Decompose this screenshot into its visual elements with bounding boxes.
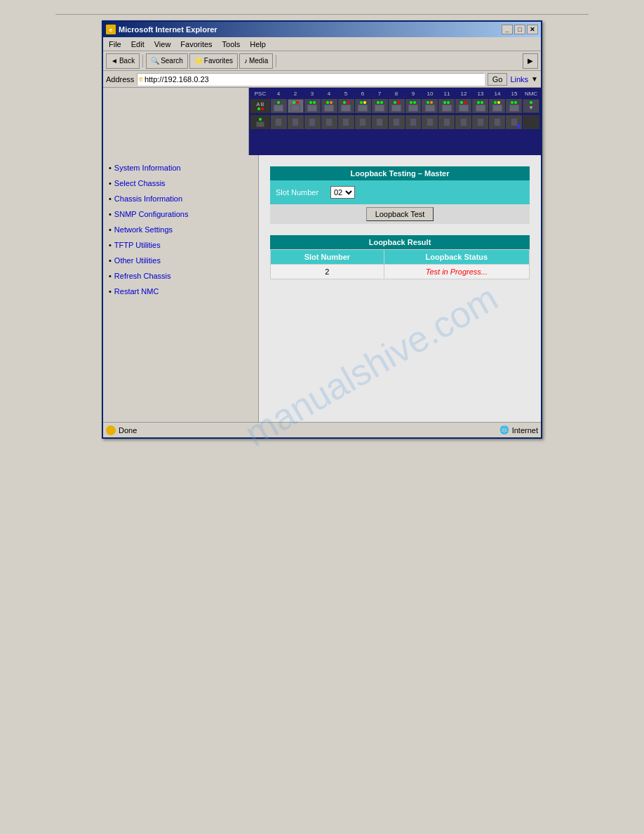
- slot-card-a3[interactable]: [304, 99, 321, 113]
- bot-card-1[interactable]: [271, 115, 287, 129]
- back-button[interactable]: ◄ Back: [106, 53, 140, 69]
- led1: [360, 101, 363, 104]
- card-body: [307, 105, 317, 112]
- minimize-button[interactable]: _: [502, 25, 513, 34]
- bot-card-3[interactable]: [304, 115, 321, 129]
- bot-card-13[interactable]: [472, 115, 488, 129]
- bot-card-12[interactable]: [455, 115, 471, 129]
- slot-label-13: 13: [472, 91, 489, 97]
- slot-card-a12[interactable]: [455, 99, 471, 113]
- chassis-viz: PSC 4 2 3 4 5 6 7 8 9 10 11 12 13: [249, 88, 541, 155]
- led2: [380, 101, 383, 104]
- slot-label-1: 4: [270, 91, 287, 97]
- slot-psc-bottom: [250, 115, 270, 129]
- led1: [477, 101, 480, 104]
- menu-edit[interactable]: Edit: [128, 39, 147, 49]
- sidebar-restart-nmc[interactable]: • Restart NMC: [109, 287, 253, 296]
- card-led: [293, 101, 295, 104]
- ie-icon: e: [106, 25, 116, 34]
- favorites-button[interactable]: ⭐ Favorites: [189, 53, 238, 69]
- search-button[interactable]: 🔍 Search: [146, 53, 188, 69]
- card-body: [391, 105, 401, 112]
- links-label[interactable]: Links: [510, 75, 528, 84]
- status-icon: [106, 425, 116, 435]
- bot-card-4[interactable]: [321, 115, 337, 129]
- slot-card-a15[interactable]: [506, 99, 522, 113]
- address-value: http://192.168.0.23: [145, 75, 209, 84]
- menu-view[interactable]: View: [152, 39, 174, 49]
- bot-card-15[interactable]: [506, 115, 522, 129]
- psc-led-green: [257, 107, 260, 110]
- slot-label-2: 2: [287, 91, 304, 97]
- slot-card-a8[interactable]: [389, 99, 405, 113]
- media-button[interactable]: ♪ Media: [239, 53, 273, 69]
- sidebar-snmp-configurations[interactable]: • SNMP Configurations: [109, 210, 253, 218]
- slot-nmc[interactable]: ▼: [523, 99, 539, 113]
- sidebar-refresh-chassis[interactable]: • Refresh Chassis: [109, 272, 253, 280]
- menu-tools[interactable]: Tools: [220, 39, 243, 49]
- slot-label-11: 11: [438, 91, 455, 97]
- card-body: [459, 105, 469, 112]
- go-button[interactable]: Go: [488, 73, 508, 86]
- slot-headers: PSC 4 2 3 4 5 6 7 8 9 10 11 12 13: [250, 89, 539, 98]
- status-text: Done: [119, 426, 497, 435]
- slot-card-a13[interactable]: [472, 99, 488, 113]
- chassis-panel-row: PSC 4 2 3 4 5 6 7 8 9 10 11 12 13: [103, 88, 541, 155]
- slot-card-a1[interactable]: [271, 99, 287, 113]
- slot-number-select[interactable]: 02 03 04: [330, 186, 355, 199]
- loopback-test-button[interactable]: Loopback Test: [366, 207, 434, 221]
- slot-number-label: Slot Number: [276, 188, 325, 197]
- slot-card-a10[interactable]: [422, 99, 438, 113]
- bot-card-9[interactable]: [405, 115, 422, 129]
- slot-card-a7[interactable]: [372, 99, 388, 113]
- card-body: [274, 105, 283, 112]
- address-field[interactable]: e http://192.168.0.23: [137, 73, 484, 86]
- card-body: [324, 105, 334, 112]
- sidebar-other-utilities[interactable]: • Other Utilities: [109, 256, 253, 265]
- bot-card-10[interactable]: [422, 115, 438, 129]
- led1: [427, 101, 429, 104]
- bot-card-7[interactable]: [372, 115, 388, 129]
- col-status-header: Loopback Status: [384, 250, 529, 265]
- led2: [413, 101, 416, 104]
- sidebar-chassis-information[interactable]: • Chassis Information: [109, 194, 253, 203]
- bot-card-2[interactable]: [288, 115, 304, 129]
- bot-card-5[interactable]: [338, 115, 354, 129]
- led2: [313, 101, 316, 104]
- bot-card-14[interactable]: [489, 115, 505, 129]
- sidebar-system-information[interactable]: • System Information: [109, 164, 253, 172]
- toolbar-extra-button[interactable]: ▶: [523, 53, 538, 69]
- led2: [497, 101, 500, 104]
- result-title: Loopback Result: [270, 235, 530, 249]
- slot-card-a2[interactable]: [288, 99, 304, 113]
- menu-favorites[interactable]: Favorites: [177, 39, 215, 49]
- right-content: Loopback Testing – Master Slot Number 02…: [259, 155, 541, 422]
- slot-card-a6[interactable]: [355, 99, 371, 113]
- sidebar-network-settings[interactable]: • Network Settings: [109, 225, 253, 234]
- close-button[interactable]: ✕: [527, 25, 538, 34]
- title-bar: e Microsoft Internet Explorer _ □ ✕: [103, 22, 541, 37]
- maximize-button[interactable]: □: [514, 25, 525, 34]
- led2: [363, 101, 366, 104]
- card-body: [492, 105, 502, 112]
- led1: [343, 101, 346, 104]
- menu-file[interactable]: File: [106, 39, 124, 49]
- result-slot-value: 2: [271, 265, 384, 279]
- slot-card-a11[interactable]: [438, 99, 455, 113]
- toolbar: ◄ Back 🔍 Search ⭐ Favorites ♪ Media ▶: [103, 51, 541, 71]
- bot-card-8[interactable]: [389, 115, 405, 129]
- slot-card-a5[interactable]: [338, 99, 354, 113]
- slot-card-a9[interactable]: [405, 99, 422, 113]
- led1: [326, 101, 329, 104]
- bot-card-6[interactable]: [355, 115, 371, 129]
- slot-card-a14[interactable]: [489, 99, 505, 113]
- menu-help[interactable]: Help: [247, 39, 269, 49]
- sidebar-select-chassis[interactable]: • Select Chassis: [109, 179, 253, 187]
- led1: [377, 101, 380, 104]
- status-right: 🌐 Internet: [499, 425, 538, 435]
- led2: [481, 101, 483, 104]
- bot-card-11[interactable]: [438, 115, 455, 129]
- slot-card-a4[interactable]: [321, 99, 337, 113]
- menu-bar: File Edit View Favorites Tools Help: [103, 37, 541, 51]
- sidebar-tftp-utilities[interactable]: • TFTP Utilities: [109, 241, 253, 249]
